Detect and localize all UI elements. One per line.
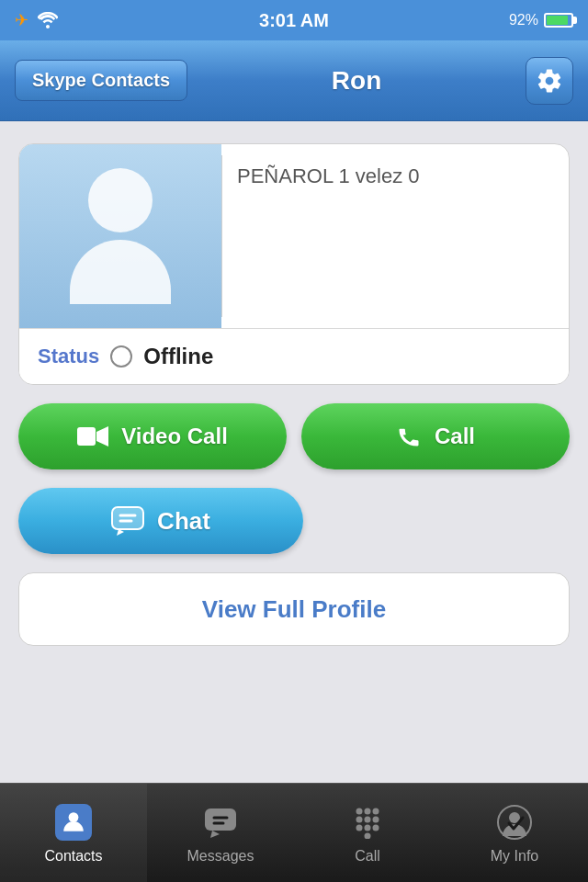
tab-messages[interactable]: Messages <box>147 784 294 882</box>
status-indicator-offline <box>110 345 132 368</box>
wifi-icon <box>38 12 58 28</box>
svg-point-7 <box>69 812 79 822</box>
tab-contacts[interactable]: Contacts <box>0 784 147 882</box>
status-right-icons: 92% <box>509 12 573 28</box>
svg-point-21 <box>365 832 371 839</box>
status-left-icons: ✈ <box>15 10 58 30</box>
svg-point-18 <box>356 824 363 831</box>
svg-point-19 <box>365 824 371 831</box>
profile-avatar <box>19 144 221 328</box>
nav-title: Ron <box>332 66 381 96</box>
profile-status-bar: Status Offline <box>19 328 569 384</box>
tab-myinfo-label: My Info <box>491 848 538 865</box>
tab-call[interactable]: Call <box>294 784 441 882</box>
tab-messages-icon-wrapper <box>200 802 241 842</box>
svg-point-17 <box>373 816 379 822</box>
svg-marker-11 <box>210 831 220 838</box>
view-full-profile-text: View Full Profile <box>202 595 386 624</box>
phone-icon <box>396 424 422 449</box>
call-button[interactable]: Call <box>301 403 570 469</box>
svg-point-13 <box>365 808 371 814</box>
status-time: 3:01 AM <box>259 10 329 31</box>
video-icon <box>77 424 108 448</box>
tab-contacts-icon-wrapper <box>53 802 94 842</box>
checkmark-person-icon <box>497 805 532 840</box>
tab-myinfo[interactable]: My Info <box>441 784 588 882</box>
svg-point-15 <box>356 816 363 822</box>
chat-icon <box>111 506 144 536</box>
svg-marker-6 <box>117 529 124 536</box>
skype-contacts-button[interactable]: Skype Contacts <box>15 60 187 101</box>
chat-button[interactable]: Chat <box>18 488 303 554</box>
avatar-figure <box>70 168 171 304</box>
main-content: PEÑAROL 1 velez 0 Status Offline Video C… <box>0 121 588 668</box>
svg-rect-0 <box>77 427 96 446</box>
battery-fill <box>547 16 568 25</box>
nav-bar: Skype Contacts Ron <box>0 40 588 121</box>
profile-info: PEÑAROL 1 velez 0 <box>222 144 569 328</box>
status-label: Status <box>38 345 99 368</box>
svg-point-16 <box>365 816 371 822</box>
profile-card: PEÑAROL 1 velez 0 Status Offline <box>18 143 570 385</box>
svg-point-14 <box>373 808 379 814</box>
person-icon <box>62 809 85 835</box>
gear-icon <box>536 67 563 95</box>
svg-point-20 <box>373 824 379 831</box>
svg-rect-8 <box>205 808 236 831</box>
svg-marker-1 <box>96 426 108 447</box>
tab-contacts-label: Contacts <box>44 848 102 865</box>
status-bar: ✈ 3:01 AM 92% <box>0 0 588 40</box>
tab-messages-label: Messages <box>187 848 254 865</box>
video-call-button[interactable]: Video Call <box>18 403 287 469</box>
tab-myinfo-icon-wrapper <box>494 802 535 842</box>
chat-row: Chat <box>18 488 570 554</box>
svg-rect-2 <box>112 507 143 529</box>
chat-label: Chat <box>157 507 210 536</box>
dialpad-icon <box>351 806 384 839</box>
video-call-label: Video Call <box>121 424 228 449</box>
profile-top: PEÑAROL 1 velez 0 <box>19 144 569 328</box>
tab-call-icon-wrapper <box>347 802 388 842</box>
battery-icon <box>544 13 573 28</box>
call-actions-row: Video Call Call <box>18 403 570 469</box>
messages-icon <box>203 807 238 838</box>
battery-percent: 92% <box>509 12 538 28</box>
contacts-box-icon <box>55 804 92 841</box>
settings-button[interactable] <box>526 57 573 105</box>
airplane-icon: ✈ <box>15 10 28 30</box>
avatar-head <box>88 168 153 232</box>
profile-mood-message: PEÑAROL 1 velez 0 <box>237 163 420 191</box>
svg-point-12 <box>356 808 363 814</box>
view-full-profile-card[interactable]: View Full Profile <box>18 572 570 646</box>
tab-bar: Contacts Messages <box>0 783 588 882</box>
status-value: Offline <box>143 344 213 369</box>
avatar-body <box>70 240 171 304</box>
tab-call-label: Call <box>355 848 380 865</box>
call-label: Call <box>435 424 475 449</box>
